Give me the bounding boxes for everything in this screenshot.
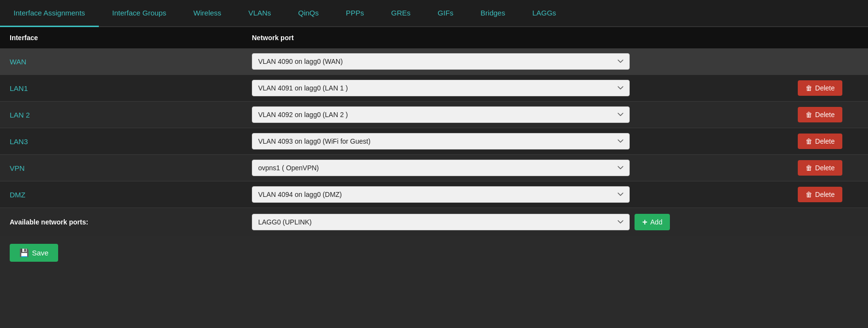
delete-label: Delete <box>815 84 835 92</box>
delete-label: Delete <box>815 137 835 145</box>
available-ports-row: Available network ports: LAGG0 (UPLINK) … <box>0 208 868 237</box>
table-row: VPNovpns1 ( OpenVPN)🗑Delete <box>0 155 868 181</box>
table-row: LAN3VLAN 4093 on lagg0 (WiFi for Guest)🗑… <box>0 128 868 155</box>
delete-label: Delete <box>815 191 835 198</box>
main-content: Interface Network port WANVLAN 4090 on l… <box>0 27 868 279</box>
interface-name: VPN <box>10 164 25 172</box>
add-label: Add <box>651 218 663 226</box>
port-cell: ovpns1 ( OpenVPN) <box>252 160 778 176</box>
port-select[interactable]: VLAN 4092 on lagg0 (LAN 2 ) <box>252 106 630 123</box>
interface-name: DMZ <box>10 191 26 199</box>
trash-icon: 🗑 <box>806 111 812 119</box>
available-ports-label: Available network ports: <box>10 218 88 226</box>
add-button[interactable]: + Add <box>635 214 670 230</box>
save-icon: 💾 <box>19 248 29 257</box>
tab-laggs[interactable]: LAGGs <box>519 0 570 27</box>
trash-icon: 🗑 <box>806 191 812 198</box>
trash-icon: 🗑 <box>806 84 812 92</box>
table-row: WANVLAN 4090 on lagg0 (WAN) <box>0 48 868 75</box>
interface-name: WAN <box>10 58 26 66</box>
port-cell: VLAN 4093 on lagg0 (WiFi for Guest) <box>252 133 778 149</box>
tab-bridges[interactable]: Bridges <box>467 0 519 27</box>
table-header-row: Interface Network port <box>0 27 868 48</box>
trash-icon: 🗑 <box>806 137 812 145</box>
col-actions-header <box>788 27 868 48</box>
port-select[interactable]: VLAN 4091 on lagg0 (LAN 1 ) <box>252 80 630 96</box>
tab-ppps[interactable]: PPPs <box>332 0 378 27</box>
port-select[interactable]: ovpns1 ( OpenVPN) <box>252 160 630 176</box>
interface-name: LAN1 <box>10 84 28 92</box>
delete-button[interactable]: 🗑Delete <box>798 107 842 122</box>
table-row: LAN1VLAN 4091 on lagg0 (LAN 1 )🗑Delete <box>0 75 868 102</box>
port-select[interactable]: VLAN 4094 on lagg0 (DMZ) <box>252 186 630 203</box>
tab-gifs[interactable]: GIFs <box>424 0 467 27</box>
col-interface-header: Interface <box>0 27 242 48</box>
port-select[interactable]: VLAN 4093 on lagg0 (WiFi for Guest) <box>252 133 630 149</box>
col-network-port-header: Network port <box>242 27 788 48</box>
delete-button[interactable]: 🗑Delete <box>798 134 842 149</box>
port-cell: VLAN 4092 on lagg0 (LAN 2 ) <box>252 106 778 123</box>
interface-table: Interface Network port WANVLAN 4090 on l… <box>0 27 868 236</box>
delete-button[interactable]: 🗑Delete <box>798 187 842 202</box>
available-port-cell: LAGG0 (UPLINK) + Add <box>252 214 778 230</box>
tab-interface-assignments[interactable]: Interface Assignments <box>0 0 99 27</box>
tab-wireless[interactable]: Wireless <box>180 0 235 27</box>
port-cell: VLAN 4090 on lagg0 (WAN) <box>252 53 778 70</box>
trash-icon: 🗑 <box>806 164 812 172</box>
delete-button[interactable]: 🗑Delete <box>798 80 842 96</box>
tab-gres[interactable]: GREs <box>378 0 424 27</box>
port-select[interactable]: VLAN 4090 on lagg0 (WAN) <box>252 53 630 70</box>
plus-icon: + <box>642 218 648 226</box>
tab-vlans[interactable]: VLANs <box>235 0 285 27</box>
available-port-select[interactable]: LAGG0 (UPLINK) <box>252 214 630 230</box>
interface-name: LAN 2 <box>10 111 30 119</box>
save-button[interactable]: 💾 Save <box>10 244 58 262</box>
interface-name: LAN3 <box>10 137 28 146</box>
delete-label: Delete <box>815 164 835 172</box>
port-cell: VLAN 4091 on lagg0 (LAN 1 ) <box>252 80 778 96</box>
table-row: DMZVLAN 4094 on lagg0 (DMZ)🗑Delete <box>0 181 868 208</box>
tab-interface-groups[interactable]: Interface Groups <box>99 0 180 27</box>
tabs-bar: Interface AssignmentsInterface GroupsWir… <box>0 0 868 27</box>
port-cell: VLAN 4094 on lagg0 (DMZ) <box>252 186 778 203</box>
delete-button[interactable]: 🗑Delete <box>798 160 842 176</box>
tab-qinqs[interactable]: QinQs <box>285 0 333 27</box>
save-label: Save <box>32 249 48 257</box>
table-row: LAN 2VLAN 4092 on lagg0 (LAN 2 )🗑Delete <box>0 102 868 128</box>
delete-label: Delete <box>815 111 835 119</box>
